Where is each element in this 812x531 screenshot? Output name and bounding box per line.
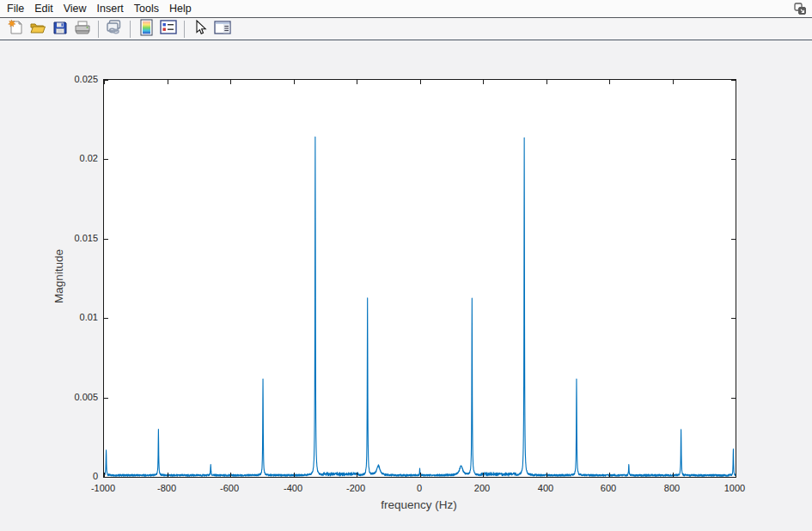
axis-tick: [731, 477, 736, 478]
x-tick-label: -600: [199, 483, 259, 493]
axis-tick: [294, 473, 295, 477]
new-figure-icon: [8, 19, 24, 39]
axis-tick: [230, 80, 231, 84]
legend-button[interactable]: [158, 19, 179, 40]
y-tick-label: 0.02: [50, 152, 98, 164]
axis-tick: [104, 477, 108, 478]
x-tick-label: 200: [452, 483, 512, 493]
x-axis-label: frequency (Hz): [325, 498, 514, 511]
x-tick-label: 600: [578, 483, 638, 493]
menu-help[interactable]: Help: [164, 0, 197, 17]
axis-tick: [673, 80, 674, 84]
copy-link-button[interactable]: [104, 19, 125, 40]
axis-tick: [736, 473, 736, 477]
axis-tick: [731, 159, 736, 160]
axis-tick: [609, 473, 610, 477]
y-tick-label: 0.005: [50, 391, 98, 403]
axis-tick: [104, 159, 108, 160]
menu-tools[interactable]: Tools: [129, 0, 164, 17]
figure-canvas: -1000-800-600-400-2000200400600800100000…: [0, 41, 812, 531]
toolbar-separator: [184, 21, 185, 38]
axis-tick: [736, 80, 736, 84]
figure-toolbar: [0, 18, 812, 40]
figure-window: FileEditViewInsertToolsHelp: [0, 0, 812, 531]
menu-file[interactable]: File: [2, 0, 29, 17]
axis-tick: [104, 80, 108, 81]
axis-tick: [483, 80, 484, 84]
axis-tick: [731, 239, 736, 240]
save-icon: [52, 20, 68, 39]
axis-tick: [731, 318, 736, 319]
y-axis-label: Magnitude: [52, 225, 65, 328]
menu-edit[interactable]: Edit: [29, 0, 58, 17]
axis-tick: [731, 398, 736, 399]
y-tick-label: 0.025: [50, 73, 98, 85]
toolbar-separator: [98, 21, 99, 38]
axis-tick: [357, 473, 357, 477]
figure-palette-button[interactable]: [212, 19, 233, 40]
axis-tick: [104, 318, 108, 319]
open-button[interactable]: [27, 19, 48, 40]
spectrum-line: [104, 137, 736, 476]
axis-tick: [357, 80, 357, 84]
axis-tick: [609, 80, 610, 84]
spectrum-plot: [104, 80, 736, 477]
x-tick-label: 1000: [705, 483, 765, 493]
menu-items: FileEditViewInsertToolsHelp: [0, 0, 197, 17]
x-tick-label: -800: [137, 483, 197, 493]
y-tick-label: 0: [50, 470, 98, 482]
axis-tick: [673, 473, 674, 477]
axis-tick: [546, 473, 547, 477]
print-icon: [74, 20, 91, 39]
toolbar-separator: [130, 21, 131, 38]
x-tick-label: -1000: [73, 483, 133, 493]
axis-tick: [168, 80, 168, 84]
axis-tick: [104, 239, 108, 240]
axis-tick: [731, 80, 736, 81]
axis-tick: [420, 80, 421, 84]
undock-icon[interactable]: [793, 2, 807, 19]
figure-palette-icon: [214, 20, 231, 39]
pointer-icon: [192, 20, 208, 39]
x-tick-label: -400: [263, 483, 323, 493]
new-figure-button[interactable]: [5, 19, 26, 40]
menu-view[interactable]: View: [58, 0, 92, 17]
colorbar-button[interactable]: [136, 19, 156, 40]
print-button[interactable]: [72, 19, 93, 40]
save-button[interactable]: [50, 19, 70, 40]
axis-tick: [294, 80, 295, 84]
x-tick-label: 0: [389, 483, 449, 493]
axis-tick: [483, 473, 484, 477]
axis-tick: [230, 473, 231, 477]
x-tick-label: 400: [516, 483, 576, 493]
axis-tick: [104, 398, 108, 399]
menu-insert[interactable]: Insert: [92, 0, 129, 17]
plot-axes[interactable]: [103, 79, 736, 478]
copy-link-icon: [106, 19, 123, 39]
axis-tick: [420, 473, 421, 477]
legend-icon: [160, 20, 177, 38]
colorbar-icon: [140, 19, 153, 40]
menu-bar: FileEditViewInsertToolsHelp: [0, 0, 812, 18]
x-tick-label: 800: [642, 483, 702, 493]
axis-tick: [546, 80, 547, 84]
x-tick-label: -200: [326, 483, 386, 493]
axis-tick: [168, 473, 168, 477]
open-folder-icon: [29, 20, 46, 39]
pointer-button[interactable]: [190, 19, 211, 40]
